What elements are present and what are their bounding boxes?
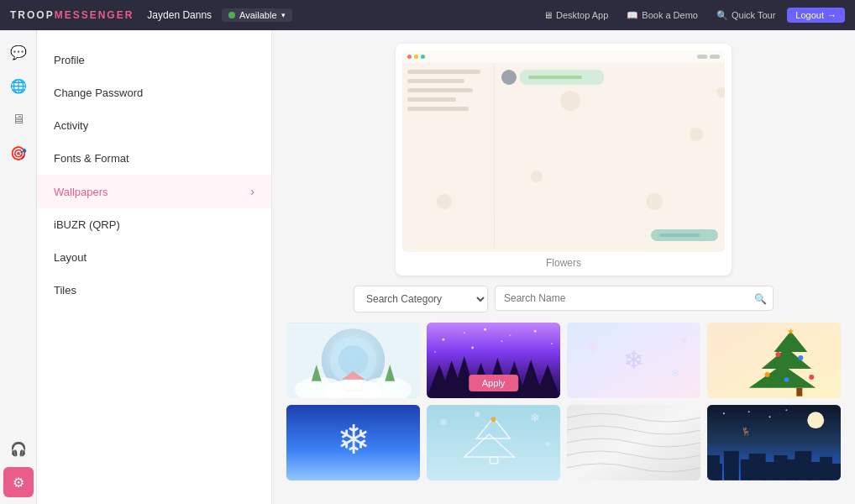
menu-item-change-password[interactable]: Change Password	[37, 76, 271, 109]
sidebar-item-target[interactable]: 🎯	[3, 138, 34, 168]
target-icon: 🎯	[10, 145, 27, 161]
svg-rect-75	[774, 455, 788, 480]
top-nav-right: 🖥 Desktop App 📖 Book a Demo 🔍 Quick Tour…	[537, 8, 845, 24]
menu-item-layout[interactable]: Layout	[37, 241, 271, 274]
top-navigation: TROOPMESSENGER Jayden Danns Available ▾ …	[0, 0, 855, 30]
sidebar-item-chat[interactable]: 💬	[3, 37, 34, 67]
wallpaper-preview: Flowers	[396, 44, 732, 276]
category-select[interactable]: Search Category Winter Flowers Abstract	[354, 286, 488, 312]
wallpaper-image-7	[567, 405, 700, 480]
svg-point-47	[798, 355, 803, 360]
svg-text:❄: ❄	[439, 417, 448, 428]
gear-icon: ⚙	[13, 475, 24, 491]
menu-label-change-password: Change Password	[54, 87, 143, 99]
menu-label-wallpapers: Wallpapers	[54, 186, 108, 198]
tour-icon: 🔍	[716, 10, 728, 21]
menu-item-ibuzr[interactable]: iBUZR (QRP)	[37, 208, 271, 241]
svg-point-65	[723, 412, 725, 414]
svg-point-22	[534, 330, 537, 333]
svg-rect-70	[714, 464, 722, 480]
menu-item-fonts-format[interactable]: Fonts & Format	[37, 142, 271, 175]
svg-text:★: ★	[787, 327, 795, 336]
menu-item-wallpapers[interactable]: Wallpapers ›	[37, 175, 271, 208]
sidebar-item-globe[interactable]: 🌐	[3, 71, 34, 101]
search-bar: Search Category Winter Flowers Abstract …	[354, 286, 774, 312]
wallpaper-item-6[interactable]: ❄ ❄ ❄ ❄	[427, 405, 560, 480]
apply-button[interactable]: Apply	[469, 375, 519, 391]
logout-icon: →	[827, 10, 837, 20]
chat-icon: 💬	[10, 45, 27, 60]
wallpaper-item-1[interactable]	[286, 323, 420, 398]
svg-rect-78	[809, 462, 821, 480]
menu-item-tiles[interactable]: Tiles	[37, 274, 271, 307]
svg-rect-74	[764, 462, 776, 480]
svg-point-21	[509, 334, 511, 336]
globe-icon: 🌐	[10, 78, 27, 94]
svg-point-46	[775, 352, 780, 357]
menu-item-activity[interactable]: Activity	[37, 109, 271, 142]
menu-label-ibuzr: iBUZR (QRP)	[54, 218, 120, 231]
menu-item-profile[interactable]: Profile	[37, 44, 271, 76]
svg-point-23	[551, 343, 553, 344]
svg-point-24	[434, 351, 436, 353]
wallpaper-item-8[interactable]: 🦌	[707, 405, 841, 480]
search-name-wrap: 🔍	[495, 286, 774, 312]
svg-text:❄: ❄	[623, 346, 644, 374]
chevron-right-icon: ›	[250, 185, 254, 198]
icon-sidebar: 💬 🌐 🖥 🎯 🎧 ⚙	[0, 30, 37, 504]
logout-button[interactable]: Logout →	[787, 8, 845, 23]
wallpaper-image-6: ❄ ❄ ❄ ❄	[427, 405, 560, 480]
svg-point-68	[785, 409, 787, 411]
sidebar-item-support[interactable]: 🎧	[3, 433, 34, 464]
book-demo-label: Book a Demo	[642, 10, 698, 20]
svg-text:❄: ❄	[586, 340, 597, 354]
content-area: Flowers Search Category Winter Flowers A…	[272, 30, 855, 504]
svg-point-50	[784, 377, 789, 382]
status-text: Available	[239, 10, 276, 20]
wallpaper-item-2[interactable]: Apply	[427, 323, 560, 398]
svg-rect-80	[831, 464, 841, 480]
status-dot	[228, 12, 235, 18]
desktop-app-button[interactable]: 🖥 Desktop App	[537, 8, 615, 23]
logo-troop: TROOP	[10, 9, 55, 21]
headset-icon: 🎧	[10, 441, 27, 457]
user-name: Jayden Danns	[147, 9, 212, 21]
wallpaper-image-3: ❄ ❄ ❄ ❄	[567, 323, 700, 398]
preview-label: Flowers	[402, 257, 725, 269]
wallpaper-item-7[interactable]	[567, 405, 700, 480]
sidebar-item-monitor[interactable]: 🖥	[3, 104, 34, 134]
search-name-input[interactable]	[495, 286, 774, 311]
book-demo-button[interactable]: 📖 Book a Demo	[620, 8, 705, 24]
desktop-icon: 🖥	[543, 10, 553, 20]
icon-sidebar-bottom: 🎧 ⚙	[3, 433, 34, 497]
status-selector[interactable]: Available ▾	[222, 8, 291, 22]
search-icon: 🔍	[754, 293, 767, 305]
chevron-down-icon: ▾	[281, 11, 286, 19]
svg-text:❄: ❄	[545, 441, 551, 449]
wallpaper-item-4[interactable]: ★	[707, 323, 841, 398]
svg-text:❄: ❄	[670, 366, 680, 380]
app-logo: TROOPMESSENGER	[10, 9, 134, 21]
wallpaper-item-5[interactable]: ❄	[286, 405, 420, 480]
svg-rect-13	[345, 380, 362, 390]
menu-label-profile: Profile	[54, 54, 85, 66]
svg-text:❄: ❄	[530, 411, 540, 424]
wallpaper-grid: Apply ❄ ❄ ❄ ❄	[286, 323, 841, 480]
menu-label-layout: Layout	[54, 251, 87, 264]
sidebar-item-settings[interactable]: ⚙	[3, 467, 34, 497]
svg-point-48	[765, 372, 770, 377]
wallpaper-item-3[interactable]: ❄ ❄ ❄ ❄	[567, 323, 700, 398]
quick-tour-button[interactable]: 🔍 Quick Tour	[710, 8, 782, 24]
svg-rect-71	[724, 451, 739, 480]
svg-text:❄: ❄	[474, 410, 480, 419]
svg-point-25	[471, 347, 474, 349]
svg-point-9	[338, 345, 369, 375]
svg-point-61	[491, 417, 496, 422]
menu-sidebar: Profile Change Password Activity Fonts &…	[37, 30, 272, 504]
logout-label: Logout	[795, 10, 824, 20]
svg-point-20	[484, 328, 486, 331]
menu-label-tiles: Tiles	[54, 284, 76, 297]
quick-tour-label: Quick Tour	[732, 10, 775, 20]
svg-rect-44	[796, 388, 802, 396]
svg-point-67	[769, 416, 771, 417]
